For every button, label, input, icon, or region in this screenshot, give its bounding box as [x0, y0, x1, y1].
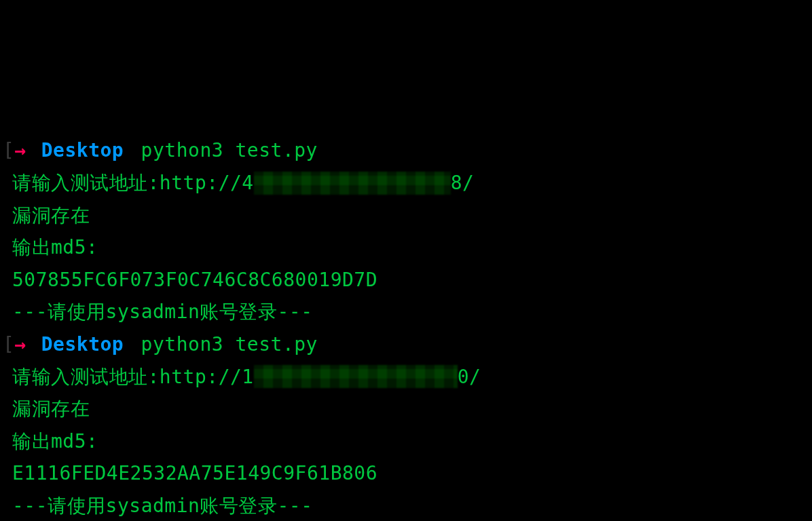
output-line: E1116FED4E2532AA75E149C9F61B806: [12, 457, 812, 490]
prompt-line: [→Desktop python3 test.py: [3, 134, 812, 167]
url-suffix: 0/: [458, 361, 481, 393]
url-line: 请输入测试地址:http://10/: [12, 361, 481, 393]
output-line: 请输入测试地址:http://48/: [12, 167, 812, 199]
prompt-line: [→Desktop python3 test.py: [3, 328, 812, 361]
current-directory: Desktop: [41, 134, 124, 167]
output-line: 507855FC6F073F0C746C8C680019D7D: [12, 264, 812, 296]
output-line: ---请使用sysadmin账号登录---: [12, 296, 812, 328]
command-text: python3 test.py: [129, 328, 318, 361]
url-prefix: 请输入测试地址:http://4: [12, 167, 254, 199]
terminal-output[interactable]: [→Desktop python3 test.py请输入测试地址:http://…: [12, 134, 812, 521]
url-prefix: 请输入测试地址:http://1: [12, 361, 254, 393]
output-line: ---请使用sysadmin账号登录---: [12, 490, 812, 521]
url-line: 请输入测试地址:http://48/: [12, 167, 474, 199]
output-line: 漏洞存在: [12, 393, 812, 425]
command-text: python3 test.py: [129, 134, 318, 167]
redacted-ip: [254, 365, 458, 388]
output-line: 输出md5:: [12, 425, 812, 458]
output-line: 输出md5:: [12, 231, 812, 264]
bracket-open: [: [3, 328, 14, 361]
arrow-icon: →: [14, 134, 26, 167]
url-suffix: 8/: [451, 167, 475, 199]
arrow-icon: →: [14, 328, 26, 361]
redacted-ip: [254, 172, 451, 195]
current-directory: Desktop: [41, 328, 124, 361]
output-line: 漏洞存在: [12, 199, 812, 232]
bracket-open: [: [3, 134, 14, 167]
output-line: 请输入测试地址:http://10/: [12, 361, 812, 393]
